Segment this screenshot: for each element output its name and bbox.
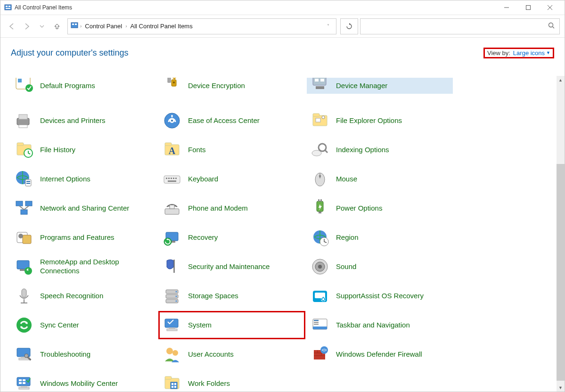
control-panel-item-taskbar-navigation[interactable]: Taskbar and Navigation: [307, 311, 453, 339]
view-by-value[interactable]: Large icons ▼: [513, 49, 550, 57]
control-panel-item-remoteapp[interactable]: RemoteApp and Desktop Connections: [11, 253, 157, 280]
up-button[interactable]: [50, 20, 64, 33]
recent-locations-button[interactable]: [35, 20, 49, 33]
control-panel-item-troubleshooting[interactable]: Troubleshooting: [11, 341, 157, 368]
control-panel-item-file-history[interactable]: File History: [11, 136, 157, 163]
internet-options-icon: [14, 169, 34, 189]
breadcrumb-item[interactable]: Control Panel: [83, 22, 123, 31]
control-panel-item-device-encryption[interactable]: Device Encryption: [159, 78, 305, 94]
control-panel-item-sync-center[interactable]: Sync Center: [11, 311, 157, 339]
svg-rect-3: [6, 8, 10, 9]
svg-point-89: [176, 301, 177, 302]
control-panel-breadcrumb-icon: [71, 22, 78, 31]
default-programs-icon: [14, 78, 34, 90]
svg-line-12: [553, 27, 555, 29]
control-panel-item-indexing-options[interactable]: Indexing Options: [307, 136, 453, 163]
system-icon: [162, 315, 182, 335]
control-panel-item-ease-of-access[interactable]: Ease of Access Center: [159, 107, 305, 134]
user-accounts-icon: [162, 344, 182, 365]
svg-rect-65: [320, 199, 322, 202]
fonts-icon: A: [162, 139, 182, 160]
item-label: System: [188, 321, 212, 330]
item-label: Internet Options: [40, 175, 90, 184]
chevron-right-icon[interactable]: ›: [80, 24, 82, 29]
phone-modem-icon: [162, 198, 182, 219]
control-panel-item-programs-features[interactable]: Programs and Features: [11, 224, 157, 251]
speech-recognition-icon: [14, 286, 34, 306]
search-icon[interactable]: [548, 22, 555, 30]
devices-printers-icon: [14, 110, 34, 131]
minimize-button[interactable]: [496, 0, 517, 15]
svg-rect-98: [313, 327, 327, 329]
control-panel-item-internet-options[interactable]: Internet Options: [11, 165, 157, 193]
control-panel-item-security-maintenance[interactable]: Security and Maintenance: [159, 253, 305, 280]
address-history-dropdown[interactable]: ˅: [323, 24, 333, 29]
item-label: Storage Spaces: [188, 292, 238, 301]
svg-point-17: [173, 82, 175, 83]
svg-rect-33: [17, 143, 24, 146]
svg-rect-48: [171, 178, 172, 179]
svg-rect-10: [75, 24, 77, 25]
control-panel-item-region[interactable]: Region: [307, 224, 453, 251]
view-by-label: View by:: [487, 49, 510, 57]
svg-rect-19: [315, 79, 319, 82]
control-panel-item-storage-spaces[interactable]: Storage Spaces: [159, 282, 305, 310]
svg-rect-122: [165, 376, 172, 379]
svg-rect-116: [19, 387, 29, 389]
item-label: Security and Maintenance: [188, 262, 270, 271]
maximize-button[interactable]: [517, 0, 539, 15]
control-panel-item-sound[interactable]: Sound: [307, 253, 453, 280]
power-options-icon: [310, 198, 330, 219]
header-row: Adjust your computer's settings View by:…: [0, 38, 565, 61]
file-explorer-options-icon: [310, 110, 330, 131]
control-panel-item-mobility-center[interactable]: Windows Mobility Center: [11, 370, 157, 392]
forward-button[interactable]: [20, 20, 33, 33]
item-label: User Accounts: [188, 350, 234, 359]
refresh-button[interactable]: [340, 18, 358, 34]
scroll-up-button[interactable]: ▲: [557, 76, 565, 84]
item-label: Mouse: [336, 175, 357, 184]
svg-line-40: [325, 150, 328, 153]
item-label: Work Folders: [188, 379, 230, 388]
svg-rect-23: [19, 114, 27, 119]
breadcrumb-item[interactable]: All Control Panel Items: [129, 22, 194, 31]
control-panel-item-network-sharing[interactable]: Network and Sharing Center: [11, 195, 157, 222]
chevron-right-icon[interactable]: ›: [125, 24, 127, 29]
svg-rect-63: [319, 212, 321, 213]
control-panel-item-speech-recognition[interactable]: Speech Recognition: [11, 282, 157, 310]
vertical-scrollbar[interactable]: ▲ ▼: [557, 76, 565, 392]
back-button[interactable]: [5, 20, 18, 33]
control-panel-item-default-programs[interactable]: Default Programs: [11, 78, 157, 94]
control-panel-item-phone-modem[interactable]: Phone and Modem: [159, 195, 305, 222]
control-panel-item-mouse[interactable]: Mouse: [307, 165, 453, 193]
window-controls: [496, 0, 561, 15]
control-panel-item-file-explorer-options[interactable]: File Explorer Options: [307, 107, 453, 134]
svg-rect-118: [23, 379, 25, 381]
close-button[interactable]: [539, 0, 561, 15]
svg-point-93: [16, 318, 32, 333]
address-bar[interactable]: › Control Panel › All Control Panel Item…: [67, 18, 336, 34]
view-by-selector[interactable]: View by: Large icons ▼: [483, 48, 554, 58]
svg-rect-125: [174, 383, 176, 385]
scroll-down-button[interactable]: ▼: [557, 384, 565, 392]
scroll-thumb[interactable]: [557, 164, 565, 381]
control-panel-item-system[interactable]: System: [159, 311, 305, 339]
search-box[interactable]: [360, 18, 560, 34]
control-panel-item-devices-printers[interactable]: Devices and Printers: [11, 107, 157, 134]
control-panel-item-recovery[interactable]: Recovery: [159, 224, 305, 251]
svg-rect-49: [173, 178, 174, 179]
control-panel-item-user-accounts[interactable]: User Accounts: [159, 341, 305, 368]
scroll-track[interactable]: [557, 84, 565, 384]
svg-rect-60: [165, 209, 179, 214]
control-panel-item-work-folders[interactable]: Work Folders: [159, 370, 305, 392]
control-panel-item-device-manager[interactable]: Device Manager: [307, 78, 453, 94]
control-panel-item-fonts[interactable]: AFonts: [159, 136, 305, 163]
control-panel-item-supportassist[interactable]: SupportAssist OS Recovery: [307, 282, 453, 310]
svg-rect-99: [314, 320, 319, 321]
control-panel-item-windows-defender-firewall[interactable]: Windows Defender Firewall: [307, 341, 453, 368]
item-label: RemoteApp and Desktop Connections: [40, 258, 154, 276]
item-label: Devices and Printers: [40, 116, 105, 125]
control-panel-item-power-options[interactable]: Power Options: [307, 195, 453, 222]
control-panel-item-keyboard[interactable]: Keyboard: [159, 165, 305, 193]
items-grid: Default ProgramsDevice EncryptionDevice …: [0, 76, 557, 392]
